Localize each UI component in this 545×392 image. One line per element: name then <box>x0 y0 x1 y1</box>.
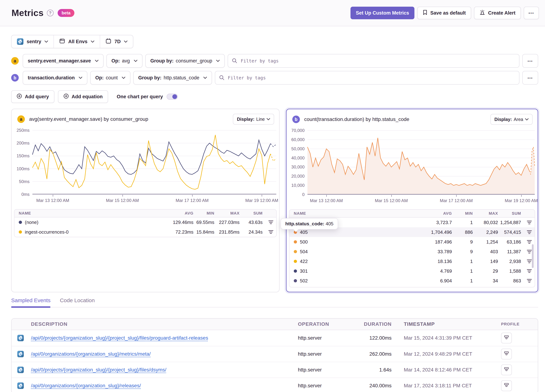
search-icon <box>219 75 224 81</box>
series-sum: 1,254,887 <box>498 220 521 225</box>
series-min: 9 <box>452 239 473 245</box>
summary-row[interactable]: 5026.904134863 <box>289 276 535 286</box>
save-as-default-button[interactable]: Save as default <box>417 7 471 19</box>
group-by-select[interactable]: Group by: consumer_group <box>145 54 225 68</box>
tag-filter-input[interactable] <box>215 71 520 85</box>
series-max: 149 <box>473 259 498 264</box>
metric-select[interactable]: sentry.event_manager.save <box>23 54 104 68</box>
row-filter-button[interactable] <box>521 230 532 234</box>
table-scrollbar[interactable] <box>532 244 534 268</box>
one-chart-per-query-toggle[interactable] <box>167 94 178 100</box>
tooltip-value: 405 <box>326 221 333 227</box>
row-filter-button[interactable] <box>521 279 532 283</box>
tag-filter-input[interactable] <box>228 54 520 68</box>
profile-button[interactable] <box>501 349 512 359</box>
x-axis-tick-label: Mar 15 12:00 AM <box>106 198 139 203</box>
profile-button[interactable] <box>501 364 512 375</box>
series-name[interactable]: 504 <box>294 249 421 255</box>
series-name[interactable]: (none) <box>19 220 162 225</box>
x-axis-labels: Mar 13 12:00 AMMar 15 12:00 AMMar 17 12:… <box>32 194 276 204</box>
x-axis-tick <box>521 195 522 197</box>
tab-sampled-events[interactable]: Sampled Events <box>11 297 50 303</box>
series-name[interactable]: 502 <box>294 278 421 284</box>
bookmark-icon <box>423 10 427 17</box>
row-filter-button[interactable] <box>521 220 532 225</box>
project-filter[interactable]: sentry <box>12 35 54 48</box>
plus-circle-icon <box>17 93 22 100</box>
query-badge-a: a <box>11 57 19 65</box>
op-select[interactable]: Op: avg <box>106 54 142 68</box>
chevron-down-icon <box>122 77 125 79</box>
series-name[interactable]: 422 <box>294 259 421 264</box>
main-content: sentry All Envs 7D a sentry.event_manage… <box>0 26 545 392</box>
summary-row[interactable]: 500187.49691,25463,186 <box>289 237 535 247</box>
profile-button[interactable] <box>501 333 512 343</box>
series-name[interactable]: 500 <box>294 239 421 245</box>
series-min: 1 <box>452 268 473 274</box>
setup-custom-metrics-button[interactable]: Set Up Custom Metrics <box>351 7 415 19</box>
sampled-event-row: /api/0/organizations/{organization_slug}… <box>12 378 538 392</box>
event-description-link[interactable]: /api/0/organizations/{organization_slug}… <box>31 383 141 388</box>
more-options-button[interactable]: ⋯ <box>524 7 539 19</box>
row-filter-button[interactable] <box>263 220 273 224</box>
event-description-link[interactable]: /api/0/projects/{organization_slug}/{pro… <box>31 367 167 373</box>
display-type-select[interactable]: Display: Line <box>233 114 274 125</box>
tab-code-location[interactable]: Code Location <box>60 297 94 303</box>
y-axis-tick-label: 200ms <box>17 141 30 146</box>
chart-plot[interactable]: Mar 13 12:00 AMMar 15 12:00 AMMar 17 12:… <box>307 130 535 205</box>
summary-row[interactable]: 3014.7691291,588 <box>289 266 535 276</box>
query-actions-row: Add query Add equation One chart per que… <box>11 90 538 103</box>
display-type-select[interactable]: Display: Area <box>490 114 533 125</box>
profile-button[interactable] <box>501 380 512 391</box>
plus-circle-icon <box>63 93 69 100</box>
y-axis-tick-label: 30,000 <box>291 165 304 170</box>
date-range-filter[interactable]: 7D <box>100 35 133 48</box>
row-filter-button[interactable] <box>521 269 532 273</box>
y-axis-tick-label: 40,000 <box>291 155 304 160</box>
summary-row[interactable]: 42218.13611492,938 <box>289 257 535 266</box>
row-filter-button[interactable] <box>521 250 532 254</box>
query-more-button[interactable]: ⋯ <box>522 54 538 68</box>
chart-header: a avg(sentry.event_manager.save) by cons… <box>12 109 279 125</box>
event-duration: 122.00ms <box>352 335 391 341</box>
event-description-link[interactable]: /api/0/projects/{organization_slug}/{pro… <box>31 335 208 341</box>
series-name[interactable]: 405 <box>294 229 421 235</box>
summary-row[interactable]: 50433.789940311,387 <box>289 247 535 257</box>
y-axis-labels: 010,00020,00030,00040,00050,00060,00070,… <box>286 130 307 195</box>
chart-area: 0ms50ms100ms150ms200ms250ms Mar 13 12:00… <box>12 125 279 204</box>
series-sum: 1,588 <box>498 268 521 274</box>
create-alert-button[interactable]: Create Alert <box>474 7 521 19</box>
event-description-link[interactable]: /api/0/organizations/{organization_slug}… <box>31 351 151 357</box>
series-name[interactable]: 301 <box>294 268 421 274</box>
row-filter-button[interactable] <box>521 259 532 263</box>
page-filter-bar: sentry All Envs 7D <box>11 35 133 48</box>
query-more-button[interactable]: ⋯ <box>522 71 538 85</box>
series-avg: 187.496 <box>421 239 452 245</box>
chevron-down-icon <box>203 77 207 79</box>
row-filter-button[interactable] <box>521 240 532 244</box>
y-axis-tick-label: 150ms <box>17 153 30 158</box>
event-timestamp: Mar 12, 2024 9:48:29 PM CET <box>391 351 500 357</box>
add-equation-button[interactable]: Add equation <box>58 90 108 103</box>
environment-filter[interactable]: All Envs <box>54 35 100 48</box>
series-color-dot <box>19 230 22 234</box>
op-select[interactable]: Op: count <box>90 71 130 85</box>
python-project-icon <box>17 38 23 45</box>
add-query-button[interactable]: Add query <box>11 90 54 103</box>
row-filter-button[interactable] <box>263 230 273 234</box>
help-icon[interactable]: ? <box>47 10 54 16</box>
chart-plot[interactable]: Mar 13 12:00 AMMar 15 12:00 AMMar 17 12:… <box>32 130 276 204</box>
series-min: 1 <box>452 278 473 284</box>
series-min: 886 <box>452 229 473 235</box>
profiling-icon <box>504 351 509 358</box>
series-name[interactable]: ingest-occurrences-0 <box>19 229 162 235</box>
metric-select[interactable]: transaction.duration <box>23 71 87 85</box>
series-color-dot <box>19 221 22 224</box>
python-icon <box>17 382 24 389</box>
x-axis-tick <box>53 195 53 196</box>
group-by-select[interactable]: Group by: http.status_code <box>133 71 212 85</box>
summary-row[interactable]: ingest-occurrences-072.23ms15.84ms231.85… <box>14 227 276 237</box>
summary-row[interactable]: (none)129.46ms69.55ms227.03ms43.63s <box>14 217 276 227</box>
series-sum: 11,387 <box>498 249 521 255</box>
y-axis-labels: 0ms50ms100ms150ms200ms250ms <box>12 130 32 194</box>
